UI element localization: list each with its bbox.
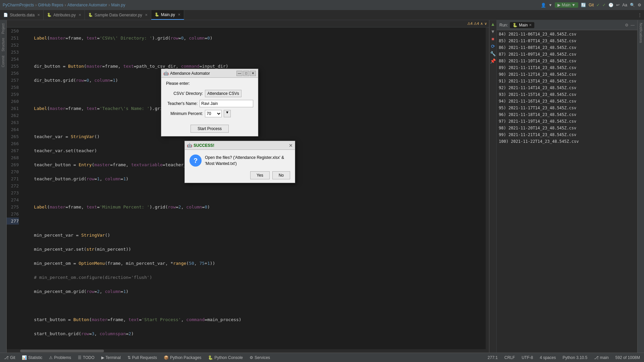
run-label: Run: <box>499 23 508 27</box>
search-icon[interactable]: 🔍 <box>630 3 635 7</box>
notifications-bar: Notifications <box>637 20 644 353</box>
status-git[interactable]: ⎇ Git <box>3 355 16 361</box>
status-cursor[interactable]: 277:1 <box>486 355 499 361</box>
success-yes-button[interactable]: Yes <box>250 171 270 179</box>
terminal-icon: ▶ <box>101 355 104 360</box>
collapse-icon[interactable]: ∧ <box>480 21 483 26</box>
output-line-88: 88) 2021-11-10T14_23_48.545Z.csv <box>499 58 635 64</box>
tab-overflow-menu[interactable]: ⋮ <box>636 10 644 20</box>
success-dialog-close[interactable]: ✕ <box>289 143 293 148</box>
python-console-icon: 🐍 <box>208 355 213 360</box>
run-down-icon[interactable]: ▼ <box>490 28 496 35</box>
close-sample-data-generator[interactable]: ✕ <box>145 13 148 17</box>
dialog-app-icon: 🤖 <box>163 71 169 76</box>
status-todo[interactable]: ☰ TODO <box>76 355 96 361</box>
title-right-icons: 👤 ▼ ▶ Main ▼ 🔄 Git ✓ ✓ 🕐 ↩ Aa 🔍 ⚙ <box>541 2 641 8</box>
services-label: Services <box>255 355 270 360</box>
terminal-label: Terminal <box>106 355 121 360</box>
attendance-dialog-close[interactable]: ✕ <box>250 71 256 76</box>
output-line-95: 95) 2021-11-17T14_23_48.545Z.csv <box>499 105 635 111</box>
breadcrumb-item-1[interactable]: PyCharmProjects <box>3 3 34 7</box>
structure-icon[interactable]: Structure <box>1 37 6 52</box>
git-status-label: Git <box>10 355 15 360</box>
status-statistic[interactable]: 📊 Statistic <box>20 355 44 361</box>
attendance-dialog-maximize[interactable]: □ <box>243 71 249 76</box>
output-line-86: 86) 2021-11-08T14_23_48.545Z.csv <box>499 44 635 51</box>
run-stop-icon[interactable]: ■ <box>490 36 496 42</box>
close-attributes-py[interactable]: ✕ <box>78 13 81 17</box>
close-students-data[interactable]: ✕ <box>37 13 40 17</box>
csv-directory-input[interactable]: Attendance CSVs <box>205 90 241 97</box>
settings-icon[interactable]: ⚙ <box>638 3 641 7</box>
status-encoding[interactable]: UTF-8 <box>520 355 534 361</box>
close-main-py[interactable]: ✕ <box>178 13 180 16</box>
status-python-packages[interactable]: 📦 Python Packages <box>162 355 203 361</box>
success-dialog-footer: Yes No <box>185 170 295 183</box>
run-panel-header: Run: 🐍 Main ✕ ⚙ — <box>497 20 637 30</box>
min-percent-dropdown[interactable]: ▼ <box>224 110 231 117</box>
todo-label: TODO <box>83 355 94 360</box>
run-panel-tab-main[interactable]: 🐍 Main ✕ <box>510 22 534 28</box>
breadcrumb-item-4[interactable]: Main.py <box>111 3 125 7</box>
checkmark2-icon[interactable]: ✓ <box>602 3 606 7</box>
status-branch[interactable]: ⎇ main <box>593 355 610 361</box>
run-tab-close[interactable]: ✕ <box>529 23 532 27</box>
vcs-icon[interactable]: 🔄 <box>581 3 586 7</box>
status-pull-requests[interactable]: ⇅ Pull Requests <box>126 355 158 361</box>
services-icon: ⚙ <box>250 355 253 360</box>
output-line-98: 98) 2021-11-20T14_23_48.545Z.csv <box>499 125 635 131</box>
attendance-dialog-minimize[interactable]: — <box>236 71 243 76</box>
run-up-icon[interactable]: ▲ <box>490 21 496 27</box>
breadcrumb-item-3[interactable]: Attendance Automator <box>67 3 107 7</box>
min-percent-select[interactable]: 70 <box>205 110 222 117</box>
run-config-icon[interactable]: 🔧 <box>490 50 496 57</box>
status-crlf[interactable]: CRLF <box>503 355 516 361</box>
status-services[interactable]: ⚙ Services <box>248 355 271 361</box>
expand-icon[interactable]: ∨ <box>484 21 487 26</box>
teacher-name-input[interactable] <box>200 100 253 107</box>
python-version-label: Python 3.10.5 <box>562 355 587 360</box>
success-dialog[interactable]: 🤖 SUCCESS! ✕ ? Open the files? ('Attenda… <box>184 141 295 183</box>
breadcrumb-item-2[interactable]: GitHub Repos <box>38 3 63 7</box>
user-icon[interactable]: 👤 <box>541 3 546 8</box>
start-process-button[interactable]: Start Process <box>191 125 229 133</box>
undo-icon[interactable]: ↩ <box>616 3 620 7</box>
tab-main-py[interactable]: 🐍 Main.py ✕ <box>151 10 184 20</box>
commit-icon[interactable]: Commit <box>1 55 6 68</box>
run-pin-icon[interactable]: 📌 <box>490 58 496 64</box>
status-python-version[interactable]: Python 3.10.5 <box>561 355 589 361</box>
dropdown-icon[interactable]: ▼ <box>549 3 552 7</box>
tab-students-data[interactable]: 📄 Students.data ✕ <box>0 10 44 20</box>
output-line-99: 99) 2021-11-21T14_23_48.545Z.csv <box>499 131 635 138</box>
encoding-label: UTF-8 <box>522 355 533 360</box>
output-line-90: 90) 2021-11-12T14_23_48.545Z.csv <box>499 71 635 78</box>
status-python-console[interactable]: 🐍 Python Console <box>207 355 244 361</box>
run-rerun-icon[interactable]: ⟳ <box>490 43 496 50</box>
tab-sample-data-generator[interactable]: 🐍 Sample Data Generator.py ✕ <box>85 10 151 20</box>
notifications-icon[interactable]: Notifications <box>639 23 643 43</box>
success-dialog-title: SUCCESS! <box>194 143 289 148</box>
run-minimize-icon[interactable]: — <box>631 23 635 27</box>
status-lines[interactable]: 592 of 1008M <box>614 355 641 361</box>
project-icon[interactable]: Project <box>1 23 6 35</box>
checkmark-icon[interactable]: ✓ <box>596 3 600 7</box>
status-spaces[interactable]: 4 spaces <box>538 355 557 361</box>
statistic-label: Statistic <box>28 355 42 360</box>
status-problems[interactable]: ⚠ Problems <box>48 355 72 361</box>
attendance-dialog-prompt: Please enter: <box>166 81 253 86</box>
success-no-button[interactable]: No <box>272 171 290 179</box>
editor-horizontal-scrollbar[interactable] <box>7 349 489 353</box>
git-icon[interactable]: Git <box>589 3 594 7</box>
editor-vertical-scrollbar[interactable] <box>486 27 489 349</box>
output-line-100: 100) 2021-11-22T14_23_48.545Z.csv <box>499 138 635 145</box>
todo-icon: ☰ <box>78 355 82 360</box>
status-terminal[interactable]: ▶ Terminal <box>100 355 122 361</box>
tab-attributes-py[interactable]: 🐍 Attributes.py ✕ <box>44 10 85 20</box>
output-line-87: 87) 2021-11-09T14_23_48.545Z.csv <box>499 51 635 58</box>
clock-icon[interactable]: 🕐 <box>608 3 613 7</box>
attendance-dialog[interactable]: 🤖 Attendance Automator — □ ✕ Please ente… <box>161 69 258 136</box>
status-bar: ⎇ Git 📊 Statistic ⚠ Problems ☰ TODO ▶ Te… <box>0 353 644 362</box>
translate-icon[interactable]: Aa <box>622 3 627 7</box>
run-settings-icon[interactable]: ⚙ <box>625 23 629 27</box>
run-config-label[interactable]: ▶ Main ▼ <box>555 2 578 8</box>
